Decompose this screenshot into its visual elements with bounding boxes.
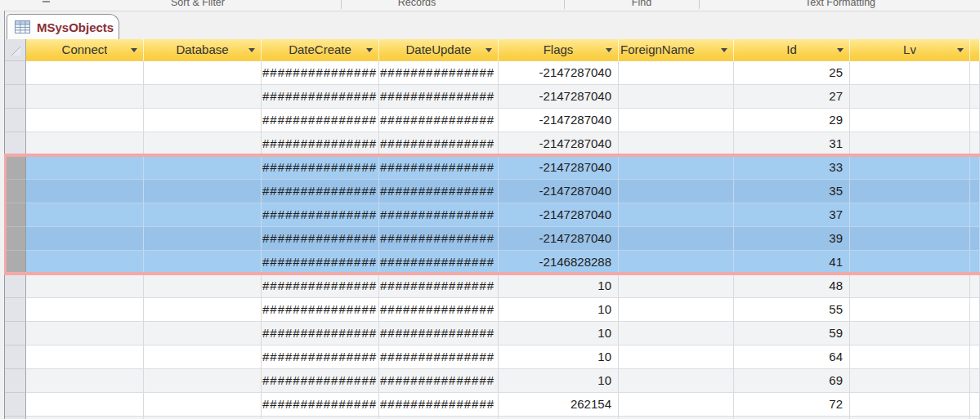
cell-database[interactable] xyxy=(144,156,262,180)
cell-id[interactable]: 33 xyxy=(734,156,850,180)
cell-lv[interactable] xyxy=(850,274,970,298)
cell-database[interactable] xyxy=(144,274,262,298)
cell-connect[interactable] xyxy=(26,274,144,298)
cell-id[interactable]: 41 xyxy=(734,251,850,274)
row-selector[interactable] xyxy=(5,298,26,322)
cell-foreignname[interactable] xyxy=(619,132,734,156)
cell-connect[interactable] xyxy=(26,298,144,322)
row-selector[interactable] xyxy=(5,274,26,298)
cell-flags[interactable]: 10 xyxy=(499,369,619,393)
cell-database[interactable] xyxy=(144,203,262,227)
row-selector[interactable] xyxy=(5,132,26,156)
cell-extra[interactable] xyxy=(970,298,980,322)
cell-lv[interactable] xyxy=(850,322,970,345)
cell-id[interactable]: 72 xyxy=(734,393,850,417)
cell-database[interactable] xyxy=(144,227,262,251)
cell-flags[interactable]: -2147287040 xyxy=(499,156,619,180)
cell-dateupdate[interactable]: ############### xyxy=(379,251,499,274)
cell-foreignname[interactable] xyxy=(619,345,734,369)
cell-dateupdate[interactable]: ############### xyxy=(379,322,499,345)
cell-extra[interactable] xyxy=(970,274,980,298)
cell-database[interactable] xyxy=(144,109,262,132)
row-selector[interactable] xyxy=(5,180,26,203)
cell-dateupdate[interactable]: ############### xyxy=(379,61,499,85)
cell-database[interactable] xyxy=(144,180,262,203)
cell-connect[interactable] xyxy=(26,109,144,132)
cell-dateupdate[interactable]: ############### xyxy=(379,393,499,417)
cell-datecreate[interactable]: ############### xyxy=(262,369,379,393)
cell-datecreate[interactable]: ############### xyxy=(262,274,379,298)
cell-datecreate[interactable]: ############### xyxy=(262,180,379,203)
tab-msysobjects[interactable]: MSysObjects xyxy=(7,14,119,39)
cell-extra[interactable] xyxy=(970,132,980,156)
cell-dateupdate[interactable]: ############### xyxy=(379,85,499,109)
column-header-flags[interactable]: Flags xyxy=(499,39,619,61)
cell-connect[interactable] xyxy=(26,251,144,274)
cell-datecreate[interactable]: ############### xyxy=(262,298,379,322)
cell-flags[interactable]: -2147287040 xyxy=(499,61,619,85)
cell-foreignname[interactable] xyxy=(619,369,734,393)
cell-dateupdate[interactable]: ############### xyxy=(379,274,499,298)
cell-database[interactable] xyxy=(144,345,262,369)
cell-dateupdate[interactable]: ############### xyxy=(379,180,499,203)
cell-id[interactable]: 39 xyxy=(734,227,850,251)
cell-flags[interactable]: -2147287040 xyxy=(499,132,619,156)
cell-lv[interactable] xyxy=(850,109,970,132)
cell-datecreate[interactable]: ############### xyxy=(262,109,379,132)
cell-dateupdate[interactable]: ############### xyxy=(379,156,499,180)
cell-extra[interactable] xyxy=(970,345,980,369)
filter-dropdown-icon[interactable] xyxy=(248,48,255,56)
row-selector[interactable] xyxy=(5,345,26,369)
cell-id[interactable]: 59 xyxy=(734,322,850,345)
cell-dateupdate[interactable]: ############### xyxy=(379,369,499,393)
cell-dateupdate[interactable]: ############### xyxy=(379,132,499,156)
column-header-foreignname[interactable]: ForeignName xyxy=(619,39,734,61)
cell-lv[interactable] xyxy=(850,369,970,393)
row-selector[interactable] xyxy=(5,393,26,417)
cell-connect[interactable] xyxy=(26,180,144,203)
cell-datecreate[interactable]: ############### xyxy=(262,251,379,274)
cell-flags[interactable]: -2147287040 xyxy=(499,203,619,227)
cell-flags[interactable]: 10 xyxy=(499,322,619,345)
cell-datecreate[interactable]: ############### xyxy=(262,345,379,369)
cell-foreignname[interactable] xyxy=(619,251,734,274)
cell-datecreate[interactable]: ############### xyxy=(262,203,379,227)
cell-foreignname[interactable] xyxy=(619,227,734,251)
cell-connect[interactable] xyxy=(26,85,144,109)
cell-flags[interactable]: -2147287040 xyxy=(499,227,619,251)
cell-lv[interactable] xyxy=(850,61,970,85)
cell-datecreate[interactable]: ############### xyxy=(262,132,379,156)
cell-connect[interactable] xyxy=(26,227,144,251)
cell-database[interactable] xyxy=(144,85,262,109)
cell-database[interactable] xyxy=(144,369,262,393)
cell-database[interactable] xyxy=(144,61,262,85)
cell-database[interactable] xyxy=(144,298,262,322)
cell-connect[interactable] xyxy=(26,322,144,345)
row-selector[interactable] xyxy=(5,156,26,180)
row-selector[interactable] xyxy=(5,203,26,227)
cell-foreignname[interactable] xyxy=(619,298,734,322)
filter-dropdown-icon[interactable] xyxy=(606,48,612,56)
cell-id[interactable]: 29 xyxy=(734,109,850,132)
cell-extra[interactable] xyxy=(970,61,980,85)
cell-foreignname[interactable] xyxy=(619,322,734,345)
filter-dropdown-icon[interactable] xyxy=(837,48,844,56)
cell-foreignname[interactable] xyxy=(619,61,734,85)
cell-flags[interactable]: -2147287040 xyxy=(499,85,619,109)
cell-flags[interactable]: 262154 xyxy=(499,393,619,417)
cell-extra[interactable] xyxy=(970,180,980,203)
cell-dateupdate[interactable]: ############### xyxy=(379,298,499,322)
column-header-lv[interactable]: Lv xyxy=(850,39,970,61)
cell-lv[interactable] xyxy=(850,298,970,322)
cell-id[interactable]: 35 xyxy=(734,180,850,203)
cell-database[interactable] xyxy=(144,132,262,156)
cell-id[interactable]: 48 xyxy=(734,274,850,298)
cell-id[interactable]: 55 xyxy=(734,298,850,322)
filter-dropdown-icon[interactable] xyxy=(366,48,373,56)
cell-extra[interactable] xyxy=(970,203,980,227)
cell-extra[interactable] xyxy=(970,369,980,393)
row-selector[interactable] xyxy=(5,61,26,85)
cell-foreignname[interactable] xyxy=(619,156,734,180)
cell-datecreate[interactable]: ############### xyxy=(262,322,379,345)
cell-datecreate[interactable]: ############### xyxy=(262,61,379,85)
